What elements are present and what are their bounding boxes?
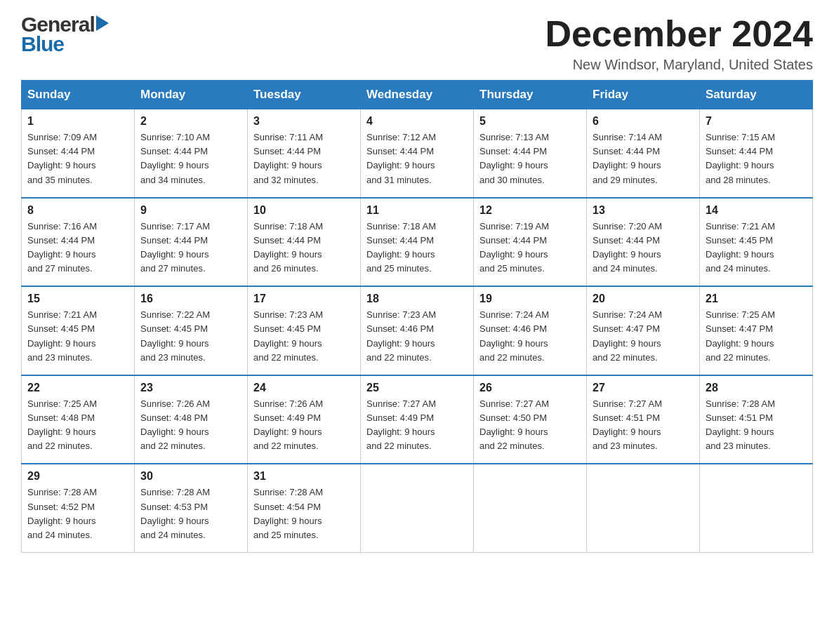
calendar-week-2: 8Sunrise: 7:16 AMSunset: 4:44 PMDaylight… bbox=[22, 198, 813, 287]
calendar-cell-w4-d6: 27Sunrise: 7:27 AMSunset: 4:51 PMDayligh… bbox=[587, 375, 700, 464]
logo-triangle-icon bbox=[96, 15, 109, 31]
day-info: Sunrise: 7:13 AMSunset: 4:44 PMDaylight:… bbox=[479, 130, 581, 187]
logo-blue-text: Blue bbox=[21, 32, 64, 56]
day-info: Sunrise: 7:26 AMSunset: 4:48 PMDaylight:… bbox=[140, 397, 241, 454]
day-info: Sunrise: 7:17 AMSunset: 4:44 PMDaylight:… bbox=[140, 220, 241, 276]
day-number: 18 bbox=[366, 293, 468, 305]
calendar-week-5: 29Sunrise: 7:28 AMSunset: 4:52 PMDayligh… bbox=[22, 464, 813, 552]
page-header: General Blue December 2024 New Windsor, … bbox=[21, 14, 813, 73]
month-title: December 2024 bbox=[545, 14, 813, 54]
day-number: 16 bbox=[140, 293, 241, 305]
day-info: Sunrise: 7:18 AMSunset: 4:44 PMDaylight:… bbox=[253, 220, 355, 276]
day-number: 24 bbox=[253, 382, 355, 394]
calendar-cell-w5-d5 bbox=[474, 464, 587, 552]
calendar-cell-w1-d3: 3Sunrise: 7:11 AMSunset: 4:44 PMDaylight… bbox=[248, 109, 361, 198]
calendar-cell-w5-d1: 29Sunrise: 7:28 AMSunset: 4:52 PMDayligh… bbox=[22, 464, 135, 552]
day-info: Sunrise: 7:19 AMSunset: 4:44 PMDaylight:… bbox=[479, 220, 581, 276]
calendar-cell-w3-d2: 16Sunrise: 7:22 AMSunset: 4:45 PMDayligh… bbox=[135, 286, 248, 375]
day-number: 2 bbox=[140, 115, 241, 128]
day-info: Sunrise: 7:23 AMSunset: 4:45 PMDaylight:… bbox=[253, 308, 355, 365]
calendar-cell-w2-d7: 14Sunrise: 7:21 AMSunset: 4:45 PMDayligh… bbox=[700, 198, 813, 287]
day-info: Sunrise: 7:27 AMSunset: 4:49 PMDaylight:… bbox=[366, 397, 468, 454]
day-info: Sunrise: 7:11 AMSunset: 4:44 PMDaylight:… bbox=[253, 130, 355, 187]
day-info: Sunrise: 7:12 AMSunset: 4:44 PMDaylight:… bbox=[366, 130, 468, 187]
calendar-cell-w5-d4 bbox=[361, 464, 474, 552]
day-number: 29 bbox=[27, 470, 128, 483]
day-number: 28 bbox=[706, 382, 807, 394]
calendar-cell-w3-d6: 20Sunrise: 7:24 AMSunset: 4:47 PMDayligh… bbox=[587, 286, 700, 375]
calendar-cell-w1-d1: 1Sunrise: 7:09 AMSunset: 4:44 PMDaylight… bbox=[22, 109, 135, 198]
day-info: Sunrise: 7:28 AMSunset: 4:52 PMDaylight:… bbox=[27, 485, 128, 542]
header-friday: Friday bbox=[587, 81, 700, 109]
day-number: 6 bbox=[593, 115, 694, 128]
calendar-cell-w3-d3: 17Sunrise: 7:23 AMSunset: 4:45 PMDayligh… bbox=[248, 286, 361, 375]
calendar-cell-w2-d5: 12Sunrise: 7:19 AMSunset: 4:44 PMDayligh… bbox=[474, 198, 587, 287]
day-number: 14 bbox=[706, 204, 807, 217]
day-number: 17 bbox=[253, 293, 355, 305]
day-number: 4 bbox=[366, 115, 468, 128]
day-info: Sunrise: 7:27 AMSunset: 4:50 PMDaylight:… bbox=[479, 397, 581, 454]
day-info: Sunrise: 7:28 AMSunset: 4:53 PMDaylight:… bbox=[140, 485, 241, 542]
day-number: 9 bbox=[140, 204, 241, 217]
calendar-header-row: Sunday Monday Tuesday Wednesday Thursday… bbox=[22, 81, 813, 109]
header-thursday: Thursday bbox=[474, 81, 587, 109]
day-info: Sunrise: 7:25 AMSunset: 4:47 PMDaylight:… bbox=[706, 308, 807, 365]
day-info: Sunrise: 7:24 AMSunset: 4:46 PMDaylight:… bbox=[479, 308, 581, 365]
calendar-cell-w4-d4: 25Sunrise: 7:27 AMSunset: 4:49 PMDayligh… bbox=[361, 375, 474, 464]
header-wednesday: Wednesday bbox=[361, 81, 474, 109]
calendar-cell-w2-d6: 13Sunrise: 7:20 AMSunset: 4:44 PMDayligh… bbox=[587, 198, 700, 287]
day-number: 1 bbox=[27, 115, 128, 128]
day-number: 7 bbox=[706, 115, 807, 128]
calendar-cell-w4-d3: 24Sunrise: 7:26 AMSunset: 4:49 PMDayligh… bbox=[248, 375, 361, 464]
day-info: Sunrise: 7:18 AMSunset: 4:44 PMDaylight:… bbox=[366, 220, 468, 276]
calendar-body: 1Sunrise: 7:09 AMSunset: 4:44 PMDaylight… bbox=[22, 109, 813, 553]
day-info: Sunrise: 7:27 AMSunset: 4:51 PMDaylight:… bbox=[593, 397, 694, 454]
day-info: Sunrise: 7:10 AMSunset: 4:44 PMDaylight:… bbox=[140, 130, 241, 187]
day-number: 15 bbox=[27, 293, 128, 305]
calendar-week-3: 15Sunrise: 7:21 AMSunset: 4:45 PMDayligh… bbox=[22, 286, 813, 375]
calendar-cell-w2-d2: 9Sunrise: 7:17 AMSunset: 4:44 PMDaylight… bbox=[135, 198, 248, 287]
day-number: 30 bbox=[140, 470, 241, 483]
day-info: Sunrise: 7:21 AMSunset: 4:45 PMDaylight:… bbox=[706, 220, 807, 276]
calendar-cell-w2-d4: 11Sunrise: 7:18 AMSunset: 4:44 PMDayligh… bbox=[361, 198, 474, 287]
day-number: 19 bbox=[479, 293, 581, 305]
day-number: 25 bbox=[366, 382, 468, 394]
day-number: 26 bbox=[479, 382, 581, 394]
calendar-cell-w5-d7 bbox=[700, 464, 813, 552]
day-info: Sunrise: 7:21 AMSunset: 4:45 PMDaylight:… bbox=[27, 308, 128, 365]
calendar-cell-w4-d1: 22Sunrise: 7:25 AMSunset: 4:48 PMDayligh… bbox=[22, 375, 135, 464]
calendar-cell-w5-d2: 30Sunrise: 7:28 AMSunset: 4:53 PMDayligh… bbox=[135, 464, 248, 552]
day-info: Sunrise: 7:14 AMSunset: 4:44 PMDaylight:… bbox=[593, 130, 694, 187]
header-monday: Monday bbox=[135, 81, 248, 109]
header-sunday: Sunday bbox=[22, 81, 135, 109]
day-info: Sunrise: 7:20 AMSunset: 4:44 PMDaylight:… bbox=[593, 220, 694, 276]
day-number: 31 bbox=[253, 470, 355, 483]
calendar-cell-w3-d1: 15Sunrise: 7:21 AMSunset: 4:45 PMDayligh… bbox=[22, 286, 135, 375]
calendar-cell-w5-d3: 31Sunrise: 7:28 AMSunset: 4:54 PMDayligh… bbox=[248, 464, 361, 552]
day-info: Sunrise: 7:26 AMSunset: 4:49 PMDaylight:… bbox=[253, 397, 355, 454]
day-number: 23 bbox=[140, 382, 241, 394]
calendar-cell-w1-d4: 4Sunrise: 7:12 AMSunset: 4:44 PMDaylight… bbox=[361, 109, 474, 198]
day-info: Sunrise: 7:15 AMSunset: 4:44 PMDaylight:… bbox=[706, 130, 807, 187]
calendar-cell-w1-d5: 5Sunrise: 7:13 AMSunset: 4:44 PMDaylight… bbox=[474, 109, 587, 198]
day-number: 10 bbox=[253, 204, 355, 217]
logo: General Blue bbox=[21, 14, 109, 56]
calendar-cell-w2-d3: 10Sunrise: 7:18 AMSunset: 4:44 PMDayligh… bbox=[248, 198, 361, 287]
day-number: 12 bbox=[479, 204, 581, 217]
calendar-cell-w2-d1: 8Sunrise: 7:16 AMSunset: 4:44 PMDaylight… bbox=[22, 198, 135, 287]
day-number: 8 bbox=[27, 204, 128, 217]
day-number: 21 bbox=[706, 293, 807, 305]
calendar-cell-w1-d7: 7Sunrise: 7:15 AMSunset: 4:44 PMDaylight… bbox=[700, 109, 813, 198]
day-number: 22 bbox=[27, 382, 128, 394]
day-info: Sunrise: 7:24 AMSunset: 4:47 PMDaylight:… bbox=[593, 308, 694, 365]
day-number: 13 bbox=[593, 204, 694, 217]
day-info: Sunrise: 7:16 AMSunset: 4:44 PMDaylight:… bbox=[27, 220, 128, 276]
day-number: 27 bbox=[593, 382, 694, 394]
calendar-cell-w1-d6: 6Sunrise: 7:14 AMSunset: 4:44 PMDaylight… bbox=[587, 109, 700, 198]
calendar-cell-w3-d4: 18Sunrise: 7:23 AMSunset: 4:46 PMDayligh… bbox=[361, 286, 474, 375]
calendar-cell-w5-d6 bbox=[587, 464, 700, 552]
calendar-table: Sunday Monday Tuesday Wednesday Thursday… bbox=[21, 80, 813, 553]
day-info: Sunrise: 7:23 AMSunset: 4:46 PMDaylight:… bbox=[366, 308, 468, 365]
day-number: 3 bbox=[253, 115, 355, 128]
calendar-cell-w4-d2: 23Sunrise: 7:26 AMSunset: 4:48 PMDayligh… bbox=[135, 375, 248, 464]
